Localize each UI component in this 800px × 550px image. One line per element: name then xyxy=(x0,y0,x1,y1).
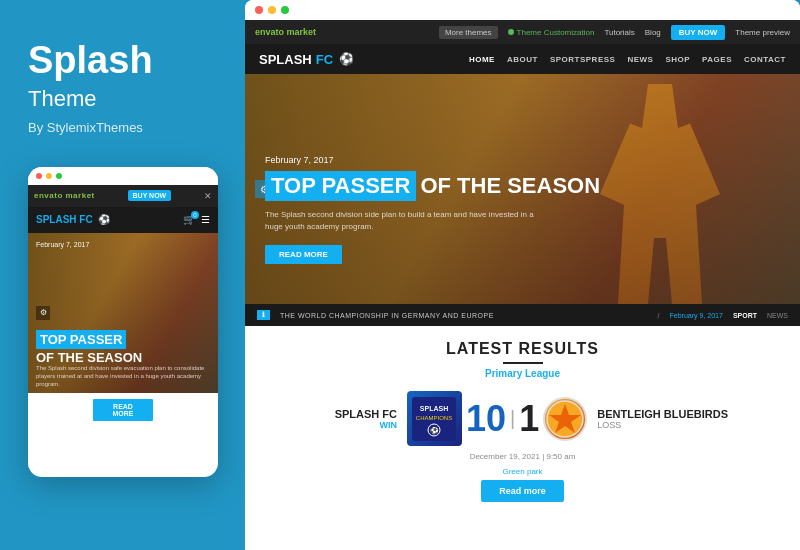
desktop-news-bar: ℹ THE WORLD CHAMPIONSHIP IN GERMANY AND … xyxy=(245,304,800,326)
results-divider xyxy=(503,362,543,364)
mobile-cart-icon[interactable]: 🛒 0 xyxy=(183,214,195,225)
match-venue: Green park xyxy=(502,467,542,476)
mobile-close-icon[interactable]: ✕ xyxy=(204,191,212,201)
mobile-buy-now-btn[interactable]: BUY NOW xyxy=(128,190,172,201)
mobile-dot-green xyxy=(56,173,62,179)
nav-shop[interactable]: SHOP xyxy=(665,55,690,64)
desktop-site-logo: SPLASH FC ⚽ xyxy=(259,52,354,67)
nav-sportspress[interactable]: SPORTSPRESS xyxy=(550,55,616,64)
desktop-hero-content: February 7, 2017 TOP PASSER OF THE SEASO… xyxy=(265,155,600,264)
team-right-name: BENTLEIGH BLUEBIRDS xyxy=(597,408,728,420)
match-row: SPLASH FC WIN SPLASH CHAMPIONS ⚽ 10 | xyxy=(255,391,790,446)
results-league: Primary League xyxy=(485,368,560,379)
nav-home[interactable]: HOME xyxy=(469,55,495,64)
desktop-dot-green xyxy=(281,6,289,14)
svg-text:CHAMPIONS: CHAMPIONS xyxy=(416,415,452,421)
desktop-site-nav: SPLASH FC ⚽ HOME ABOUT SPORTSPRESS NEWS … xyxy=(245,44,800,74)
mobile-envato-bar: envato market BUY NOW ✕ xyxy=(28,185,218,207)
mobile-hero: February 7, 2017 TOP PASSER OF THE SEASO… xyxy=(28,233,218,393)
mobile-settings-icon[interactable]: ⚙ xyxy=(36,306,50,320)
mobile-nav-icons: 🛒 0 ☰ xyxy=(183,214,210,225)
desktop-top-bar xyxy=(245,0,800,20)
headline-blue: TOP PASSER xyxy=(265,171,416,201)
mobile-soccer-icon: ⚽ xyxy=(98,214,110,225)
nav-contact[interactable]: CONTACT xyxy=(744,55,786,64)
news-bar-date: February 9, 2017 xyxy=(670,312,723,319)
theme-title: Splash xyxy=(28,40,153,82)
desktop-hero: ⚙ February 7, 2017 TOP PASSER OF THE SEA… xyxy=(245,74,800,304)
mobile-site-logo: SPLASH FC xyxy=(36,214,93,225)
news-bar-news: NEWS xyxy=(767,312,788,319)
mobile-dot-yellow xyxy=(46,173,52,179)
mobile-envato-logo: envato market xyxy=(34,191,95,200)
theme-subtitle: Theme xyxy=(28,86,96,112)
mobile-hero-headline: TOP PASSER OF THE SEASON xyxy=(36,330,210,365)
mobile-mockup: envato market BUY NOW ✕ SPLASH FC ⚽ 🛒 0 … xyxy=(28,167,218,477)
desktop-envato-logo: envato market xyxy=(255,27,316,37)
desktop-theme-custom[interactable]: Theme Customization xyxy=(508,28,595,37)
desktop-hero-headline: TOP PASSER OF THE SEASON xyxy=(265,171,600,201)
desktop-more-themes[interactable]: More themes xyxy=(439,26,498,39)
mobile-cart-badge: 0 xyxy=(191,211,199,219)
team-badge: SPLASH CHAMPIONS ⚽ xyxy=(407,391,462,446)
match-date: December 19, 2021 | 9:50 am xyxy=(470,452,576,461)
mobile-headline-white: OF THE SEASON xyxy=(36,350,210,365)
desktop-theme-custom-text: Theme Customization xyxy=(517,28,595,37)
headline-white: OF THE SEASON xyxy=(420,173,600,199)
desktop-bar-right: More themes Theme Customization Tutorial… xyxy=(439,25,790,40)
mobile-hero-date: February 7, 2017 xyxy=(36,241,89,248)
svg-text:SPLASH: SPLASH xyxy=(420,405,448,412)
desktop-blog[interactable]: Blog xyxy=(645,28,661,37)
team-left: SPLASH FC WIN xyxy=(317,408,397,430)
mobile-nav-bar: SPLASH FC ⚽ 🛒 0 ☰ xyxy=(28,207,218,233)
desktop-tutorials[interactable]: Tutorials xyxy=(604,28,634,37)
news-bar-sport: SPORT xyxy=(733,312,757,319)
nav-pages[interactable]: PAGES xyxy=(702,55,732,64)
nav-news[interactable]: NEWS xyxy=(627,55,653,64)
mobile-dot-red xyxy=(36,173,42,179)
mobile-top-bar xyxy=(28,167,218,185)
theme-by: By StylemixThemes xyxy=(28,120,143,135)
score-right: 1 xyxy=(519,401,539,437)
news-bar-text: THE WORLD CHAMPIONSHIP IN GERMANY AND EU… xyxy=(280,312,648,319)
mobile-hamburger-icon[interactable]: ☰ xyxy=(201,214,210,225)
score-separator: | xyxy=(510,407,515,430)
news-bar-flag: ℹ xyxy=(257,310,270,320)
desktop-dot-red xyxy=(255,6,263,14)
results-section: LATEST RESULTS Primary League SPLASH FC … xyxy=(245,326,800,550)
desktop-theme-preview: Theme preview xyxy=(735,28,790,37)
mobile-headline-blue: TOP PASSER xyxy=(36,330,126,349)
score-left: 10 xyxy=(466,401,506,437)
score-box: SPLASH CHAMPIONS ⚽ 10 | 1 xyxy=(407,391,587,446)
desktop-read-more-btn[interactable]: READ MORE xyxy=(265,245,342,264)
desktop-envato-bar: envato market More themes Theme Customiz… xyxy=(245,20,800,44)
desktop-nav-links: HOME ABOUT SPORTSPRESS NEWS SHOP PAGES C… xyxy=(469,55,786,64)
desktop-hero-date: February 7, 2017 xyxy=(265,155,600,165)
mobile-hero-body: The Splash second division safe evacuati… xyxy=(36,365,210,388)
team-right-result: LOSS xyxy=(597,420,621,430)
team-left-result: WIN xyxy=(379,420,397,430)
team-left-name: SPLASH FC xyxy=(335,408,397,420)
desktop-dot-yellow xyxy=(268,6,276,14)
right-panel: envato market More themes Theme Customiz… xyxy=(245,0,800,550)
desktop-green-dot xyxy=(508,29,514,35)
team-right: BENTLEIGH BLUEBIRDS LOSS xyxy=(597,408,728,430)
nav-about[interactable]: ABOUT xyxy=(507,55,538,64)
results-title: LATEST RESULTS xyxy=(446,340,599,358)
svg-text:⚽: ⚽ xyxy=(430,426,439,435)
team-right-badge xyxy=(543,397,587,441)
left-panel: Splash Theme By StylemixThemes envato ma… xyxy=(0,0,245,550)
results-read-more-btn[interactable]: Read more xyxy=(481,480,564,502)
mobile-read-more-btn[interactable]: READ MORE xyxy=(93,399,153,421)
desktop-buy-now-btn[interactable]: BUY NOW xyxy=(671,25,726,40)
desktop-hero-desc: The Splash second division side plan to … xyxy=(265,209,545,233)
